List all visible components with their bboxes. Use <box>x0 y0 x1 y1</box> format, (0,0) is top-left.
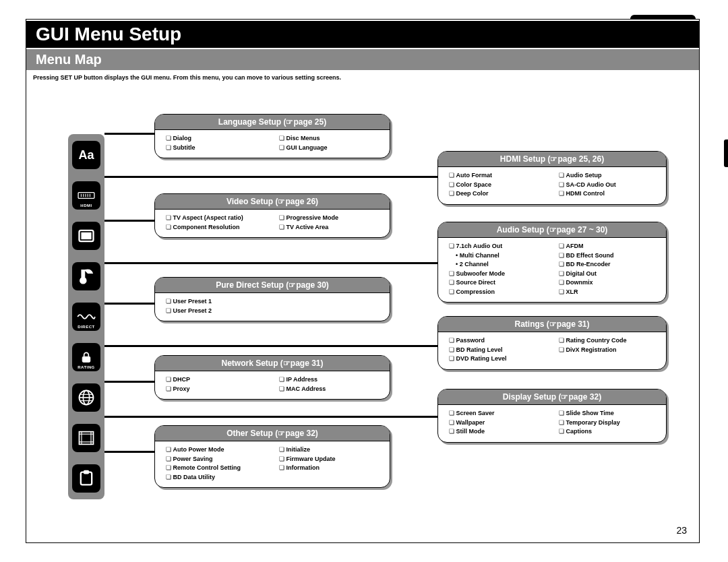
list-item: DVD Rating Level <box>449 354 545 364</box>
pure-direct-setup-box: Pure Direct Setup (☞page 30) User Preset… <box>154 277 390 321</box>
ratings-box: Ratings (☞page 31) Password BD Rating Le… <box>437 316 667 370</box>
box-title: Other Setup (☞page 32) <box>155 426 390 441</box>
list-item: 2 Channel <box>449 260 545 270</box>
side-tab[interactable]: Connections <box>724 94 728 138</box>
audio-setup-box: Audio Setup (☞page 27 ~ 30) 7.1ch Audio … <box>437 222 667 303</box>
video-setup-box: Video Setup (☞page 26) TV Aspect (Aspect… <box>154 193 390 238</box>
list-item: Proxy <box>166 385 266 394</box>
list-item: BD Data Utility <box>166 473 266 482</box>
connector <box>104 262 437 264</box>
list-item: User Preset 2 <box>166 307 379 316</box>
list-item: TV Aspect (Aspect ratio) <box>166 214 266 223</box>
hdmi-setup-box: HDMI Setup (☞page 25, 26) Auto Format Co… <box>437 151 667 205</box>
other-icon <box>72 464 100 493</box>
list-item: Screen Saver <box>449 409 545 418</box>
language-icon: Aa <box>72 141 100 169</box>
side-tab[interactable]: HDMI Control Function <box>724 205 728 278</box>
list-item: Auto Format <box>449 171 545 181</box>
direct-icon: DIRECT <box>72 303 100 331</box>
main-title: GUI Menu Setup <box>26 20 699 49</box>
connector <box>104 133 154 135</box>
list-item: Auto Power Mode <box>166 445 266 455</box>
side-tab[interactable]: Information <box>724 279 728 320</box>
list-item: BD Effect Sound <box>559 251 655 261</box>
display-setup-box: Display Setup (☞page 32) Screen Saver Wa… <box>437 389 667 443</box>
box-title: Audio Setup (☞page 27 ~ 30) <box>438 222 666 238</box>
side-tab[interactable]: Getting Started <box>724 40 728 92</box>
display-icon <box>72 424 100 452</box>
side-tab[interactable]: Playback <box>724 168 728 204</box>
box-title: Pure Direct Setup (☞page 30) <box>155 278 390 293</box>
list-item: TV Active Area <box>279 223 379 232</box>
description-text: Pressing SET UP button displays the GUI … <box>26 70 699 82</box>
list-item: Component Resolution <box>166 223 266 232</box>
rating-icon: RATING <box>72 343 100 371</box>
list-item: BD Rating Level <box>449 346 545 355</box>
list-item: Compression <box>449 288 545 297</box>
list-item: Disc Menus <box>279 134 379 144</box>
box-title: Language Setup (☞page 25) <box>155 115 390 130</box>
list-item: AFDM <box>559 242 655 251</box>
language-setup-box: Language Setup (☞page 25) Dialog Subtitl… <box>154 114 390 158</box>
list-item: GUI Language <box>279 144 379 153</box>
list-item: Source Direct <box>449 278 545 288</box>
list-item: Temporary Display <box>559 418 655 428</box>
network-icon <box>72 383 100 412</box>
list-item: 7.1ch Audio Out <box>449 242 545 251</box>
hdmi-icon: HDMI <box>72 181 100 210</box>
page-frame: GUI Menu Setup Menu Map Pressing SET UP … <box>26 19 700 543</box>
connector <box>104 303 154 305</box>
list-item: Multi Channel <box>449 251 545 261</box>
list-item: Color Space <box>449 181 545 190</box>
list-item: Downmix <box>559 278 655 288</box>
list-item: Power Saving <box>166 455 266 464</box>
connector <box>104 381 154 383</box>
list-item: DivX Registration <box>559 346 655 355</box>
list-item: Firmware Update <box>279 455 379 464</box>
list-item: Subwoofer Mode <box>449 270 545 279</box>
list-item: User Preset 1 <box>166 297 379 307</box>
connector <box>104 416 437 418</box>
list-item: Remote Control Setting <box>166 464 266 473</box>
list-item: Subtitle <box>166 144 266 153</box>
box-title: Ratings (☞page 31) <box>438 317 666 332</box>
list-item: Still Mode <box>449 427 545 437</box>
list-item: Initialize <box>279 445 379 455</box>
svg-rect-8 <box>82 356 90 362</box>
connector <box>104 176 437 178</box>
list-item: Slide Show Time <box>559 409 655 418</box>
list-item: BD Re-Encoder <box>559 260 655 270</box>
list-item: XLR <box>559 288 655 297</box>
box-title: Display Setup (☞page 32) <box>438 389 666 405</box>
icon-column: Aa HDMI DIRECT RATING <box>68 134 104 499</box>
list-item: SA-CD Audio Out <box>559 181 655 190</box>
list-item: Rating Country Code <box>559 336 655 346</box>
side-tab[interactable]: Troubleshooting <box>724 321 728 375</box>
list-item: HDMI Control <box>559 189 655 199</box>
svg-rect-20 <box>84 470 89 474</box>
list-item: Audio Setup <box>559 171 655 181</box>
box-title: HDMI Setup (☞page 25, 26) <box>438 152 666 167</box>
page-number: 23 <box>676 525 687 536</box>
audio-icon <box>72 262 100 290</box>
list-item: DHCP <box>166 375 266 385</box>
list-item: Password <box>449 336 545 346</box>
list-item: Deep Color <box>449 189 545 199</box>
connector <box>104 345 437 347</box>
network-setup-box: Network Setup (☞page 31) DHCP Proxy IP A… <box>154 355 390 400</box>
box-title: Video Setup (☞page 26) <box>155 194 390 210</box>
list-item: Information <box>279 464 379 473</box>
list-item: Wallpaper <box>449 418 545 428</box>
list-item: Dialog <box>166 134 266 144</box>
list-item: Digital Out <box>559 270 655 279</box>
box-title: Network Setup (☞page 31) <box>155 356 390 371</box>
list-item: IP Address <box>279 375 379 385</box>
list-item: Captions <box>559 427 655 437</box>
list-item: MAC Address <box>279 385 379 394</box>
list-item: Progressive Mode <box>279 214 379 223</box>
side-tab[interactable]: Setup <box>724 139 728 167</box>
connector <box>104 451 154 453</box>
connector <box>104 220 154 222</box>
video-icon <box>72 222 100 250</box>
side-tab[interactable]: Specifications <box>724 377 728 425</box>
